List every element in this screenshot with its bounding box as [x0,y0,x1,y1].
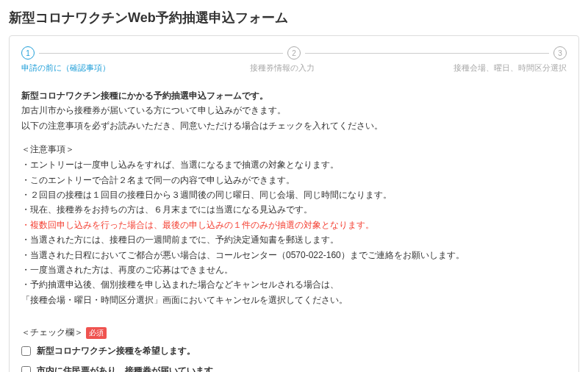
note-line: ・エントリーは一度申し込みをすれば、当選になるまで抽選の対象となります。 [21,157,567,172]
note-line: ・一度当選された方は、再度のご応募はできません。 [21,262,567,277]
checkbox-label[interactable]: 新型コロナワクチン接種を希望します。 [37,345,196,357]
note-line: ・予約抽選申込後、個別接種を申し込まれた場合などキャンセルされる場合は、 [21,277,567,292]
step-3-number: 3 [553,46,567,60]
check-header: ＜チェック欄＞ 必須 [21,326,567,339]
step-line [39,53,283,54]
intro-line-1: 新型コロナワクチン接種にかかる予約抽選申込フォームです。 [21,88,567,103]
agree-checkbox[interactable] [21,366,31,372]
step-3-label: 接種会場、曜日、時間区分選択 [453,62,567,74]
note-line: ・現在、接種券をお持ちの方は、６月末までには当選になる見込みです。 [21,202,567,217]
intro-block: 新型コロナワクチン接種にかかる予約抽選申込フォームです。 加古川市から接種券が届… [21,88,567,133]
check-title: ＜チェック欄＞ [21,326,83,339]
step-1-label: 申請の前に（確認事項） [21,62,110,74]
notes-list: ・エントリーは一度申し込みをすれば、当選になるまで抽選の対象となります。・このエ… [21,157,567,307]
step-1-number: 1 [21,46,35,60]
step-2-number: 2 [287,46,301,60]
step-line [305,53,549,54]
page-title: 新型コロナワクチンWeb予約抽選申込フォーム [9,9,579,26]
form-card: 1 2 3 申請の前に（確認事項） 接種券情報の入力 接種会場、曜日、時間区分選… [9,35,579,372]
agree-checkbox[interactable] [21,346,31,356]
note-line: ・当選された方には、接種日の一週間前までに、予約決定通知書を郵送します。 [21,232,567,247]
checkbox-label[interactable]: 市内に住民票があり、接種券が届いています。 [37,365,222,372]
intro-line-3: 以下の注意事項を必ずお読みいただき、同意いただける場合はチェックを入れてください… [21,118,567,133]
checkbox-group: 新型コロナワクチン接種を希望します。市内に住民票があり、接種券が届いています。注… [21,345,567,372]
note-line: ・複数回申し込みを行った場合は、最後の申し込みの１件のみが抽選の対象となります。 [21,218,567,232]
note-line: ・２回目の接種は１回目の接種日から３週間後の同じ曜日、同じ会場、同じ時間になりま… [21,187,567,202]
checkbox-row: 市内に住民票があり、接種券が届いています。 [21,365,567,372]
note-line: 「接種会場・曜日・時間区分選択」画面においてキャンセルを選択してください。 [21,293,567,307]
step-indicator: 1 2 3 [21,46,567,60]
step-labels: 申請の前に（確認事項） 接種券情報の入力 接種会場、曜日、時間区分選択 [21,62,567,74]
note-line: ・このエントリーで合計２名まで同一の内容で申し込みができます。 [21,173,567,187]
notes-title: ＜注意事項＞ [21,143,567,156]
intro-line-2: 加古川市から接種券が届いている方について申し込みができます。 [21,103,567,118]
required-badge: 必須 [86,327,107,339]
checkbox-row: 新型コロナワクチン接種を希望します。 [21,345,567,357]
note-line: ・当選された日程においてご都合が悪い場合は、コールセンター（0570-022-1… [21,248,567,262]
step-2-label: 接種券情報の入力 [110,62,453,74]
